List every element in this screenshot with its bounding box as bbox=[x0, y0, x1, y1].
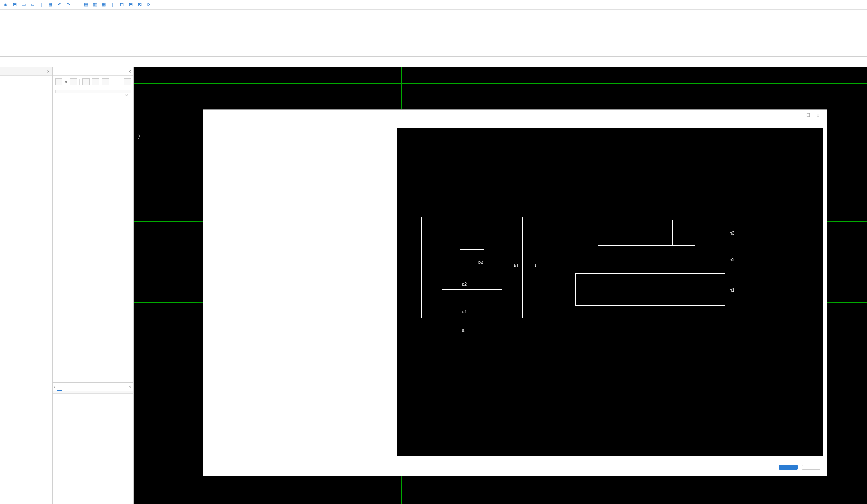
nav-panel-title: × bbox=[0, 67, 52, 76]
qat-sep: | bbox=[109, 2, 116, 8]
shape-preview: a a1 a2 b b1 b2 h1 h2 h3 bbox=[397, 128, 823, 456]
app-logo-icon: ◈ bbox=[2, 2, 9, 8]
property-col bbox=[121, 391, 133, 393]
qat-icon[interactable]: ▱ bbox=[29, 2, 36, 8]
property-tab[interactable] bbox=[57, 383, 62, 391]
preview-dim-b2: b2 bbox=[478, 260, 483, 265]
qat-icon[interactable]: ▥ bbox=[92, 2, 98, 8]
preview-dim-h1: h1 bbox=[730, 288, 734, 293]
qat-icon[interactable]: ▭ bbox=[20, 2, 27, 8]
qat-icon[interactable]: ⊡ bbox=[118, 2, 125, 8]
dialog-body: a a1 a2 b b1 b2 h1 h2 h3 bbox=[203, 126, 827, 458]
preview-dim-a2: a2 bbox=[462, 282, 467, 286]
tool-dropdown-icon[interactable]: ▾ bbox=[65, 79, 67, 85]
nav-close-icon[interactable]: × bbox=[47, 69, 50, 74]
search-input[interactable] bbox=[55, 90, 131, 93]
property-body bbox=[53, 394, 133, 504]
property-tab[interactable] bbox=[62, 383, 67, 391]
qat-icon[interactable]: ⊞ bbox=[11, 2, 18, 8]
tool-sep bbox=[79, 79, 80, 85]
nav-panel: × bbox=[0, 67, 53, 504]
shape-dialog: ☐ × a a1 a2 b b1 bbox=[203, 109, 827, 476]
dialog-close-icon[interactable]: × bbox=[813, 113, 823, 118]
qat-icon[interactable]: ⊟ bbox=[127, 2, 134, 8]
property-col bbox=[81, 391, 121, 393]
qat-sep: | bbox=[74, 2, 80, 8]
preview-dim-b1: b1 bbox=[514, 263, 519, 268]
titlebar: ◈ ⊞ ▭ ▱ | ▦ ↶ ↷ | ▤ ▥ ▦ | ⊡ ⊟ ⊠ ⟳ bbox=[0, 0, 867, 10]
preview-dim-b: b bbox=[535, 263, 537, 268]
component-close-icon[interactable]: × bbox=[126, 67, 133, 75]
qat-icon[interactable]: ⟳ bbox=[145, 2, 152, 8]
qat-sep: | bbox=[38, 2, 45, 8]
property-panel: ▸ × bbox=[53, 382, 133, 504]
preview-elev-2 bbox=[598, 245, 695, 273]
preview-elev-3 bbox=[620, 220, 673, 245]
tool-more-icon[interactable] bbox=[124, 78, 131, 85]
qat-icon[interactable]: ▦ bbox=[47, 2, 54, 8]
qat-redo-icon[interactable]: ↷ bbox=[65, 2, 71, 8]
component-panel: × ▾ ▸ × bbox=[53, 67, 134, 504]
component-toolbar: ▾ bbox=[53, 76, 133, 88]
preview-dim-a: a bbox=[462, 328, 464, 333]
shape-grid bbox=[207, 128, 394, 456]
property-col bbox=[53, 391, 81, 393]
property-pin-icon[interactable]: ▸ bbox=[53, 383, 57, 391]
qat-icon[interactable]: ⊠ bbox=[136, 2, 143, 8]
ribbon bbox=[0, 20, 867, 57]
preview-dim-h3: h3 bbox=[730, 231, 734, 235]
qat-icon[interactable]: ▦ bbox=[101, 2, 107, 8]
preview-dim-a1: a1 bbox=[462, 309, 467, 314]
breadcrumb bbox=[0, 57, 867, 67]
tool-icon[interactable] bbox=[92, 78, 99, 85]
component-tree bbox=[53, 95, 133, 382]
property-tabs: ▸ × bbox=[53, 383, 133, 391]
cancel-button[interactable] bbox=[802, 465, 820, 470]
dialog-footer bbox=[203, 458, 827, 476]
tool-icon[interactable] bbox=[102, 78, 109, 85]
component-tabs: × bbox=[53, 67, 133, 76]
tool-icon[interactable] bbox=[82, 78, 90, 85]
property-close-icon[interactable]: × bbox=[126, 383, 133, 391]
dialog-titlebar: ☐ × bbox=[203, 110, 827, 121]
property-header bbox=[53, 391, 133, 394]
nav-list bbox=[0, 76, 52, 504]
menu-tabs bbox=[0, 10, 867, 20]
qat-icon[interactable]: ▤ bbox=[83, 2, 89, 8]
preview-dim-h2: h2 bbox=[730, 257, 734, 262]
ok-button[interactable] bbox=[779, 465, 798, 470]
canvas-text: ⁾ bbox=[138, 132, 140, 143]
preview-elev-1 bbox=[575, 273, 725, 306]
tool-copy-icon[interactable] bbox=[70, 78, 77, 85]
qat-undo-icon[interactable]: ↶ bbox=[56, 2, 62, 8]
tool-new-icon[interactable] bbox=[55, 78, 62, 85]
dialog-maximize-icon[interactable]: ☐ bbox=[803, 113, 813, 118]
dialog-subtitle bbox=[203, 121, 827, 126]
